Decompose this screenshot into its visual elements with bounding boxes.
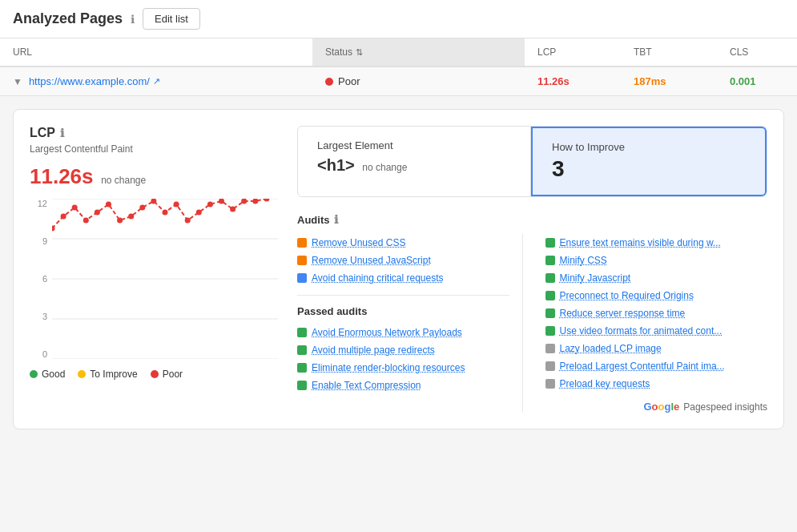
audit-item: Eliminate render-blocking resources: [297, 359, 509, 377]
details-panel: Largest Element <h1> no change How to Im…: [297, 126, 767, 413]
audit-link[interactable]: Minify Javascript: [560, 272, 631, 284]
status-filter-icon[interactable]: ⇅: [356, 47, 363, 58]
svg-point-19: [207, 202, 213, 208]
audit-icon-green: [297, 381, 307, 390]
audits-title: Audits ℹ: [297, 213, 767, 226]
audit-icon-green: [297, 363, 307, 373]
url-cell: ▼ https://www.example.com/ ↗: [0, 67, 312, 95]
audit-item: Enable Text Compression: [297, 377, 509, 394]
page-title: Analyzed Pages: [13, 10, 123, 27]
svg-point-16: [174, 202, 179, 208]
svg-point-18: [196, 210, 202, 216]
table-row: ▼ https://www.example.com/ ↗ Poor 11.26s…: [0, 67, 797, 96]
svg-point-17: [185, 218, 191, 224]
audit-icon-green: [545, 308, 555, 318]
audit-link[interactable]: Ensure text remains visible during w...: [560, 237, 721, 248]
audit-link[interactable]: Avoid multiple page redirects: [312, 345, 435, 356]
url-link[interactable]: https://www.example.com/ ↗: [29, 75, 160, 87]
lcp-value: 11.26s: [525, 67, 621, 95]
audit-item: Preconnect to Required Origins: [545, 287, 768, 304]
audits-right-col: Ensure text remains visible during w... …: [542, 234, 768, 413]
svg-point-7: [72, 205, 78, 211]
audit-item: Avoid Enormous Network Payloads: [297, 324, 509, 341]
svg-point-15: [162, 210, 167, 216]
legend-good: Good: [30, 369, 65, 380]
audit-item: Minify Javascript: [545, 269, 768, 287]
row-chevron[interactable]: ▼: [13, 76, 22, 87]
col-lcp: LCP: [525, 38, 621, 66]
audit-link[interactable]: Lazy loaded LCP image: [560, 343, 662, 354]
header-info-icon[interactable]: ℹ: [131, 13, 135, 26]
col-tbt: TBT: [621, 38, 717, 66]
chart-area: [52, 199, 278, 359]
cls-value: 0.001: [717, 67, 797, 95]
audit-link[interactable]: Avoid Enormous Network Payloads: [312, 327, 462, 338]
legend-to-improve-dot: [78, 370, 86, 378]
audit-icon-green: [545, 291, 555, 300]
audit-item: Lazy loaded LCP image: [545, 340, 768, 357]
svg-point-9: [95, 210, 100, 216]
svg-point-8: [83, 218, 89, 224]
page-header: Analyzed Pages ℹ Edit list: [0, 0, 797, 38]
audit-item: Use video formats for animated cont...: [545, 322, 768, 340]
passed-audits-title: Passed audits: [297, 305, 509, 317]
largest-element-card: Largest Element <h1> no change: [298, 127, 531, 196]
audits-info-icon[interactable]: ℹ: [334, 213, 338, 226]
status-cell: Poor: [312, 67, 525, 95]
table-header: URL Status ⇅ LCP TBT CLS: [0, 38, 797, 67]
chart-legend: Good To Improve Poor: [30, 369, 278, 380]
audits-section: Audits ℹ Remove Unused CSS Remove Unused…: [297, 213, 767, 413]
legend-good-dot: [30, 370, 38, 378]
legend-poor-dot: [151, 370, 159, 378]
largest-element-value: <h1> no change: [317, 156, 511, 175]
audit-item: Remove Unused JavaScript: [297, 252, 509, 269]
audit-link[interactable]: Preload Largest Contentful Paint ima...: [560, 361, 725, 372]
lcp-info-icon[interactable]: ℹ: [60, 127, 64, 139]
audit-item: Reduce server response time: [545, 304, 768, 322]
audit-item: Avoid chaining critical requests: [297, 269, 509, 287]
audit-item: Preload Largest Contentful Paint ima...: [545, 357, 768, 375]
external-link-icon: ↗: [153, 76, 160, 87]
audit-link[interactable]: Use video formats for animated cont...: [560, 325, 723, 337]
audits-grid: Remove Unused CSS Remove Unused JavaScri…: [297, 234, 767, 413]
audit-icon-blue: [297, 273, 307, 283]
audit-link[interactable]: Remove Unused CSS: [312, 237, 405, 248]
lcp-subtitle: Largest Contentful Paint: [30, 143, 278, 155]
svg-point-13: [139, 205, 145, 211]
audit-link[interactable]: Eliminate render-blocking resources: [312, 362, 465, 373]
audit-link[interactable]: Preload key requests: [560, 378, 650, 389]
pagespeed-link[interactable]: Google Pagespeed insights: [545, 401, 768, 413]
svg-point-21: [230, 207, 235, 212]
lcp-panel: LCP ℹ Largest Contentful Paint 11.26s no…: [30, 126, 278, 413]
audit-item: Remove Unused CSS: [297, 234, 509, 252]
main-panel: LCP ℹ Largest Contentful Paint 11.26s no…: [13, 109, 784, 429]
svg-point-23: [252, 199, 258, 204]
audit-link[interactable]: Remove Unused JavaScript: [312, 255, 431, 266]
svg-point-24: [264, 199, 269, 202]
col-status: Status ⇅: [312, 38, 525, 66]
lcp-title: LCP ℹ: [30, 126, 278, 140]
audit-icon-orange: [297, 256, 307, 265]
audit-link[interactable]: Avoid chaining critical requests: [312, 272, 444, 284]
audit-item: Minify CSS: [545, 252, 768, 269]
audit-icon-green: [545, 256, 555, 265]
lcp-chart: 12 9 6 3 0: [30, 199, 278, 359]
audit-link[interactable]: Reduce server response time: [560, 308, 686, 319]
audit-item: Avoid multiple page redirects: [297, 341, 509, 359]
svg-point-10: [106, 202, 111, 208]
audit-icon-green: [545, 326, 555, 336]
how-to-improve-label: How to Improve: [552, 141, 746, 153]
audit-link[interactable]: Minify CSS: [560, 255, 607, 266]
svg-point-6: [61, 214, 66, 220]
svg-point-12: [128, 214, 134, 220]
lcp-no-change: no change: [101, 175, 146, 186]
audit-icon-gray: [545, 379, 555, 389]
audit-link[interactable]: Enable Text Compression: [312, 380, 421, 391]
audit-link[interactable]: Preconnect to Required Origins: [560, 290, 694, 301]
audit-icon-green: [545, 273, 555, 283]
how-to-improve-count: 3: [552, 156, 746, 182]
lcp-metric-value: 11.26s: [30, 164, 94, 188]
edit-list-button[interactable]: Edit list: [143, 8, 200, 30]
legend-poor: Poor: [151, 369, 183, 380]
audits-left-col: Remove Unused CSS Remove Unused JavaScri…: [297, 234, 523, 413]
